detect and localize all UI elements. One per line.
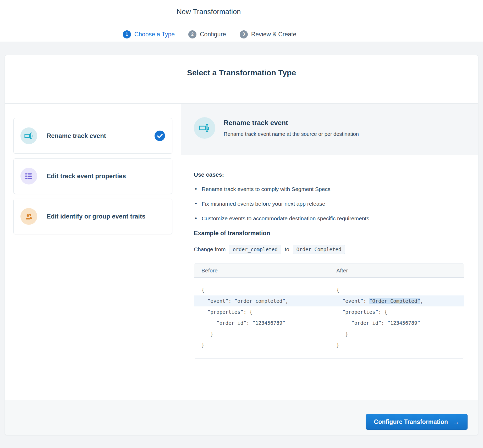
code-line: { <box>194 284 329 295</box>
from-event-chip: order_completed <box>229 245 281 254</box>
code-line: ”order_id”: ”123456789” <box>329 317 464 328</box>
before-after-table: Before After { ”event”: ”order_completed… <box>194 264 464 359</box>
before-after-header-row: Before After <box>194 264 464 278</box>
highlighted-code-value: ”Order Completed” <box>369 298 420 304</box>
transformation-type-card: Select a Transformation Type Rename trac… <box>5 55 478 435</box>
page-title: Select a Transformation Type <box>5 68 478 77</box>
selected-check-icon <box>154 130 165 141</box>
use-case-item: Rename track events to comply with Segme… <box>194 186 464 193</box>
code-line: } <box>329 328 464 339</box>
modal-title: New Transformation <box>0 8 418 16</box>
detail-panel: Rename track event Rename track event na… <box>181 104 478 400</box>
before-column-header: Before <box>194 264 329 277</box>
detail-description: Rename track event name at the source or… <box>224 131 359 137</box>
arrow-right-icon: → <box>453 418 459 425</box>
option-card-edit-track-event-properties[interactable]: Edit track event properties <box>13 158 172 194</box>
stepper-steps-container: 1Choose a Type2Configure3Review & Create <box>0 27 419 42</box>
modal-header: New Transformation <box>0 0 483 27</box>
step-number-badge: 3 <box>240 30 248 38</box>
list-icon <box>20 168 37 184</box>
transformation-options-list: Rename track eventEdit track event prope… <box>5 104 181 400</box>
use-case-item: Fix misnamed events before your next app… <box>194 200 464 207</box>
option-card-rename-track-event[interactable]: Rename track event <box>13 118 172 154</box>
stepper-step-review-create[interactable]: 3Review & Create <box>240 30 297 38</box>
code-line: ”event”: ”order_completed”, <box>194 295 329 306</box>
configure-transformation-label: Configure Transformation <box>374 418 448 425</box>
rename-icon <box>194 117 215 139</box>
use-cases-list: Rename track events to comply with Segme… <box>194 186 464 222</box>
use-case-item: Customize events to accommodate destinat… <box>194 215 464 222</box>
step-label: Review & Create <box>251 31 297 38</box>
use-cases-heading: Use cases: <box>194 171 464 178</box>
stepper-step-configure[interactable]: 2Configure <box>188 30 226 38</box>
rename-icon <box>20 127 37 144</box>
configure-transformation-button[interactable]: Configure Transformation → <box>366 414 468 430</box>
detail-body: Use cases: Rename track events to comply… <box>181 155 478 359</box>
code-line: } <box>194 339 329 350</box>
detail-title: Rename track event <box>224 119 359 127</box>
card-title-row: Select a Transformation Type <box>5 55 478 104</box>
card-footer: Configure Transformation → <box>5 400 478 435</box>
code-line: ”order_id”: ”123456789” <box>194 317 329 328</box>
to-event-chip: Order Completed <box>293 245 345 254</box>
change-connector: to <box>285 246 289 253</box>
step-number-badge: 2 <box>188 30 196 38</box>
after-column-header: After <box>329 264 464 277</box>
stepper-step-choose-a-type[interactable]: 1Choose a Type <box>123 30 175 38</box>
option-label: Rename track event <box>47 131 106 141</box>
step-label: Configure <box>200 31 226 38</box>
code-line: ”event”: ”Order Completed”, <box>329 295 464 306</box>
code-line: ”properties”: { <box>329 306 464 317</box>
code-line: ”properties”: { <box>194 306 329 317</box>
code-line: } <box>194 328 329 339</box>
step-label: Choose a Type <box>134 31 175 38</box>
wizard-stepper: 1Choose a Type2Configure3Review & Create <box>0 27 483 42</box>
step-number-badge: 1 <box>123 30 131 38</box>
code-line: } <box>329 339 464 350</box>
option-label: Edit identify or group event traits <box>47 212 145 221</box>
before-code-block: { ”event”: ”order_completed”, ”propertie… <box>194 278 329 358</box>
example-heading: Example of transformation <box>194 230 464 237</box>
page-background: Select a Transformation Type Rename trac… <box>0 42 483 435</box>
users-icon <box>20 208 37 225</box>
option-card-edit-identify-or-group-event-traits[interactable]: Edit identify or group event traits <box>13 199 172 234</box>
code-line: { <box>329 284 464 295</box>
change-prefix: Change from <box>194 246 226 253</box>
option-label: Edit track event properties <box>47 171 126 181</box>
after-code-block: { ”event”: ”Order Completed”, ”propertie… <box>329 278 464 358</box>
detail-header: Rename track event Rename track event na… <box>181 104 478 155</box>
change-example-row: Change from order_completed to Order Com… <box>194 245 464 254</box>
detail-header-text: Rename track event Rename track event na… <box>224 117 359 155</box>
